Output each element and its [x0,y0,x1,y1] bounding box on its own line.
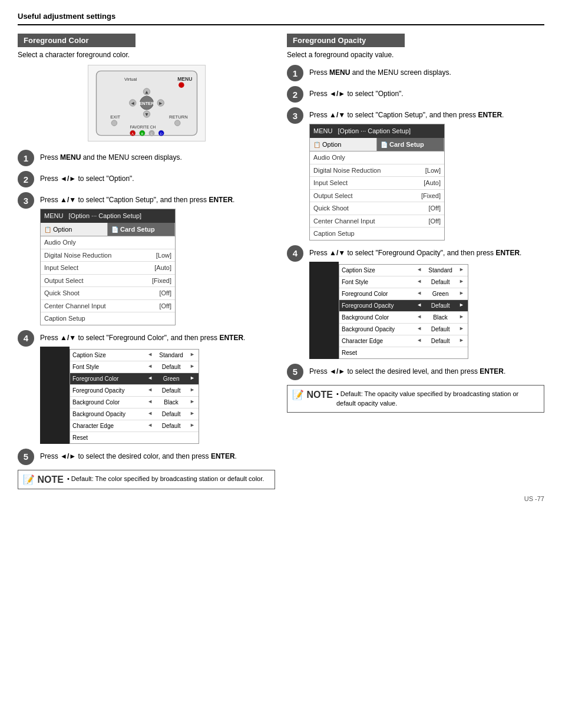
left-note-text: • Default: The color specified by broadc… [67,474,264,484]
right-step-1-circle: 1 [287,65,303,81]
right-step-1-text: Press MENU and the MENU screen displays. [309,65,451,78]
right-menu-table-3: MENU [Option ··· Caption Setup] 📋 Option… [309,124,445,241]
step-3-text: Press ▲/▼ to select "Caption Setup", and… [40,192,234,325]
note-icon-right: 📝 NOTE [292,389,333,400]
left-section-title: Foreground Color [18,34,135,47]
left-settings-row-reset: Reset [70,432,199,443]
left-step-3: 3 Press ▲/▼ to select "Caption Setup", a… [18,192,275,325]
left-menu-tab-cardsetup-3: 📄 Card Setup [108,223,175,236]
step-2-circle: 2 [18,171,34,187]
right-settings-row-fgopacity: Foreground Opacity ◄ Default ► [339,300,468,312]
svg-point-17 [174,120,180,126]
left-settings-row-fgopacity: Foreground Opacity ◄ Default ► [70,385,199,397]
svg-point-15 [111,120,117,126]
left-settings-row-bgopacity: Background Opacity ◄ Default ► [70,409,199,420]
left-menu-row-inputselect: Input Select[Auto] [41,262,175,275]
svg-text:A: A [131,132,134,136]
left-menu-tab-option-3: 📋 Option [41,223,108,236]
svg-point-2 [178,82,184,88]
right-settings-row-reset: Reset [339,347,468,358]
right-menu-row-outputselect: Output Select[Fixed] [310,190,444,203]
left-menu-row-quickshoot: Quick Shoot[Off] [41,287,175,300]
left-settings-table: Caption Size ◄ Standard ► Font Style ◄ D… [70,349,199,444]
right-step-2-circle: 2 [287,86,303,103]
page-number: US -77 [18,495,544,502]
right-menu-row-centerchannel: Center Channel Input[Off] [310,215,444,228]
left-settings-row-charedge: Character Edge ◄ Default ► [70,420,199,432]
left-menu-row-outputselect: Output Select[Fixed] [41,275,175,288]
right-step-1: 1 Press MENU and the MENU screen display… [287,65,544,81]
right-step-5-text: Press ◄/► to select the desired level, a… [309,364,505,377]
step-1-circle: 1 [18,150,34,166]
remote-control-image: MENU Virtual ▲ ◄ ► ▼ ENTER [88,65,206,141]
right-settings-row-charedge: Character Edge ◄ Default ► [339,335,468,347]
right-menu-tab-option-3: 📋 Option [310,138,377,151]
step-2-text: Press ◄/► to select "Option". [40,171,134,184]
left-note-box: 📝 NOTE • Default: The color specified by… [18,470,275,489]
left-menu-row-dnr: Digital Noise Reduction[Low] [41,249,175,262]
svg-text:EXIT: EXIT [110,114,120,120]
right-menu-header-3: MENU [Option ··· Caption Setup] [310,124,444,138]
svg-text:B: B [141,132,143,136]
svg-text:FAVORITE CH: FAVORITE CH [130,125,156,129]
right-step-3-circle: 3 [287,107,303,124]
left-step-5: 5 Press ◄/► to select the desired color,… [18,449,275,465]
right-settings-row-captionsize: Caption Size ◄ Standard ► [339,265,468,276]
right-step-4: 4 Press ▲/▼ to select "Foreground Opacit… [287,245,544,359]
svg-text:▼: ▼ [144,111,148,117]
right-step-5-circle: 5 [287,364,303,380]
left-section-desc: Select a character foreground color. [18,51,275,59]
left-settings-row-fgcolor: Foreground Color ◄ Green ► [70,373,199,385]
right-menu-row-dnr: Digital Noise Reduction[Low] [310,164,444,177]
right-menu-row-audioonly: Audio Only [310,151,444,164]
right-note-box: 📝 NOTE • Default: The opacity value spec… [287,385,544,413]
step-4-circle: 4 [18,330,34,347]
right-note-text: • Default: The opacity value specified b… [336,389,539,409]
right-section: Foreground Opacity Select a foreground o… [287,34,544,489]
left-menu-tabs-3: 📋 Option 📄 Card Setup [41,223,175,237]
right-step-3-text: Press ▲/▼ to select "Caption Setup", and… [309,107,504,241]
right-step-4-circle: 4 [287,245,303,262]
left-menu-row-audioonly: Audio Only [41,236,175,249]
svg-text:C: C [150,132,153,136]
right-settings-row-bgcolor: Background Color ◄ Black ► [339,312,468,324]
left-step-1: 1 Press MENU and the MENU screen display… [18,150,275,166]
left-step-2: 2 Press ◄/► to select "Option". [18,171,275,187]
left-step-4: 4 Press ▲/▼ to select "Foreground Color"… [18,330,275,444]
right-step-5: 5 Press ◄/► to select the desired level,… [287,364,544,380]
right-step-2: 2 Press ◄/► to select "Option". [287,86,544,103]
left-menu-row-captionsetup: Caption Setup [41,312,175,325]
svg-text:▲: ▲ [144,89,148,95]
right-menu-tab-cardsetup-3: 📄 Card Setup [377,138,444,151]
right-step-3: 3 Press ▲/▼ to select "Caption Setup", a… [287,107,544,241]
note-icon-left: 📝 NOTE [23,474,64,485]
right-menu-row-captionsetup: Caption Setup [310,228,444,240]
right-menu-row-quickshoot: Quick Shoot[Off] [310,202,444,215]
right-settings-row-fgcolor: Foreground Color ◄ Green ► [339,288,468,300]
right-settings-row-fontstyle: Font Style ◄ Default ► [339,276,468,288]
left-settings-row-fontstyle: Font Style ◄ Default ► [70,361,199,373]
step-3-circle: 3 [18,192,34,209]
right-section-desc: Select a foreground opacity value. [287,51,544,59]
left-menu-row-centerchannel: Center Channel Input[Off] [41,300,175,313]
svg-text:MENU: MENU [177,76,192,82]
svg-text:►: ► [158,100,163,106]
left-settings-row-bgcolor: Background Color ◄ Black ► [70,397,199,409]
step-5-text: Press ◄/► to select the desired color, a… [40,449,237,462]
right-section-title: Foreground Opacity [287,34,405,47]
svg-text:ENTER: ENTER [139,101,154,106]
step-1-text: Press MENU and the MENU screen displays. [40,150,182,163]
right-settings-row-bgopacity: Background Opacity ◄ Default ► [339,324,468,335]
left-menu-table-3: MENU [Option ··· Caption Setup] 📋 Option… [40,209,176,325]
svg-text:RETURN: RETURN [169,114,188,120]
left-menu-header-3: MENU [Option ··· Caption Setup] [41,209,175,223]
svg-text:◄: ◄ [130,100,135,106]
page-header: Useful adjustment settings [18,12,544,25]
right-step-2-text: Press ◄/► to select "Option". [309,86,404,99]
svg-text:Virtual: Virtual [124,77,137,82]
left-settings-row-captionsize: Caption Size ◄ Standard ► [70,350,199,361]
left-section: Foreground Color Select a character fore… [18,34,275,489]
step-5-circle: 5 [18,449,34,465]
step-4-text: Press ▲/▼ to select "Foreground Color", … [40,330,245,444]
svg-text:D: D [160,132,162,136]
